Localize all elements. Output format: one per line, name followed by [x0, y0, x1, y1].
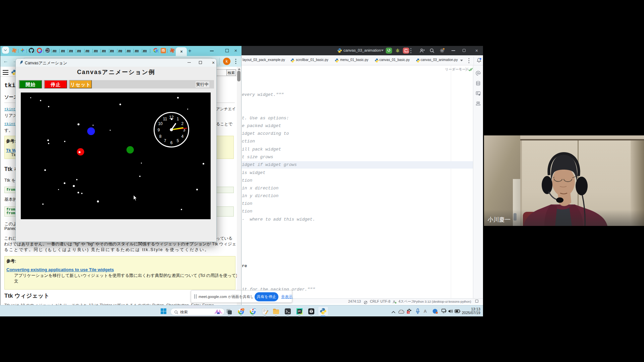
svg-text:9: 9: [158, 128, 160, 132]
svg-text:10: 10: [158, 121, 163, 126]
svg-text:3: 3: [408, 311, 409, 314]
svg-text:4: 4: [181, 134, 184, 139]
svg-text:5: 5: [177, 138, 179, 143]
svg-text:9: 9: [407, 51, 409, 53]
svg-text:11: 11: [163, 117, 167, 121]
svg-text:8: 8: [159, 134, 162, 139]
svg-text:6: 6: [170, 140, 173, 145]
svg-text:1: 1: [177, 117, 179, 121]
svg-text:2: 2: [181, 121, 184, 126]
svg-text:7: 7: [164, 138, 166, 143]
